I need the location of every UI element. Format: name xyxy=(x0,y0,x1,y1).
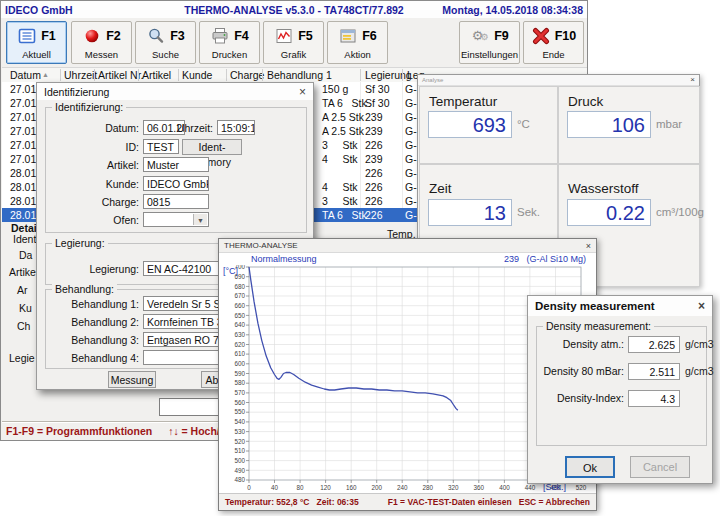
svg-text:610: 610 xyxy=(234,350,245,357)
panel-value: 693 xyxy=(428,111,512,138)
svg-text:360: 360 xyxy=(474,484,485,491)
column-separator xyxy=(262,69,263,81)
svg-text:560: 560 xyxy=(234,399,245,406)
close-icon[interactable]: × xyxy=(698,300,705,312)
column-separator xyxy=(94,69,95,81)
density-row-value[interactable]: 2.511 xyxy=(628,363,680,380)
chart-titlebar: THERMO-ANALYSE × xyxy=(219,239,596,253)
identification-dialog-title: Identifizierung xyxy=(44,86,109,98)
toolbar-button-f5[interactable]: F5Grafik xyxy=(263,21,324,64)
table-cell: 239 xyxy=(365,152,383,166)
table-cell: G- xyxy=(405,152,417,166)
toolbar-key-label: F2 xyxy=(106,29,121,43)
panel-unit: Sek. xyxy=(517,206,540,218)
toolbar-key-label: F5 xyxy=(298,29,313,43)
table-cell: 226 xyxy=(365,166,383,180)
uhrzeit-field[interactable]: 15:09:11 xyxy=(217,120,255,135)
column-separator xyxy=(226,69,227,81)
density-row-unit: g/cm3 xyxy=(685,338,714,350)
svg-text:240: 240 xyxy=(397,484,408,491)
svg-text:550: 550 xyxy=(234,408,245,415)
printer-icon xyxy=(210,27,230,45)
toolbar-button-f6[interactable]: F6Aktion xyxy=(327,21,388,64)
artikel-field[interactable]: Muster xyxy=(143,157,209,172)
svg-text:440: 440 xyxy=(525,484,536,491)
svg-text:200: 200 xyxy=(371,484,382,491)
details-label: Ku xyxy=(19,302,32,314)
density-row-value[interactable]: 4.3 xyxy=(628,390,680,407)
column-header[interactable]: Datum xyxy=(10,69,41,81)
close-icon[interactable]: × xyxy=(586,240,591,252)
table-cell: 27.01. xyxy=(10,96,39,110)
behandlung-label: Behandlung 1: xyxy=(45,298,139,310)
close-icon[interactable]: × xyxy=(299,86,306,98)
svg-text:690: 690 xyxy=(234,273,245,280)
density-row-value[interactable]: 2.625 xyxy=(628,336,680,353)
table-cell: 28.01. xyxy=(10,166,39,180)
table-cell: A 2.5 Stk xyxy=(322,124,364,138)
toolbar-key-label: F3 xyxy=(170,29,185,43)
close-icon[interactable]: × xyxy=(690,74,695,86)
chart-status-left: Temperatur: 552,8 °C Zeit: 06:35 xyxy=(225,497,359,507)
table-cell: 3 Stk xyxy=(322,138,358,152)
svg-text:700: 700 xyxy=(234,265,245,270)
id-field[interactable]: TEST xyxy=(143,139,179,154)
column-header[interactable]: Artikel xyxy=(142,69,171,81)
table-cell: Sf 30 xyxy=(365,96,390,110)
table-cell: A 2.5 Stk xyxy=(322,110,364,124)
messung-button[interactable]: Messung xyxy=(108,371,156,388)
column-separator xyxy=(138,69,139,81)
table-cell: 226 xyxy=(365,180,383,194)
svg-text:490: 490 xyxy=(234,467,245,474)
panel-unit: cm³/100g xyxy=(656,206,704,218)
column-header[interactable]: Behandlung 1 xyxy=(267,69,332,81)
kunde-field[interactable]: IDECO GmbH xyxy=(143,176,209,191)
column-header[interactable]: Artikel Nr. xyxy=(98,69,144,81)
details-label: Ar xyxy=(17,284,28,296)
column-header[interactable]: Kunde xyxy=(182,69,212,81)
density-row-label: Density 80 mBar: xyxy=(536,365,624,377)
table-cell: 27.01. xyxy=(10,110,39,124)
toolbar-caption: Aktuell xyxy=(7,49,66,60)
table-cell: Sf 30 xyxy=(365,82,390,96)
uhrzeit-label: Uhrzeit: xyxy=(163,122,213,134)
toolbar-button-f9[interactable]: ⚙⚙F9Einstellungen xyxy=(459,21,520,64)
measurement-panel-druck: Druck106mbar xyxy=(558,86,700,164)
charge-field[interactable]: 0815 xyxy=(143,194,209,209)
toolbar-button-f3[interactable]: F3Suche xyxy=(135,21,196,64)
svg-text:40: 40 xyxy=(271,484,279,491)
panel-label: Zeit xyxy=(429,181,452,196)
svg-text:500: 500 xyxy=(234,457,245,464)
ofen-select[interactable]: 1 ▼ xyxy=(143,212,209,227)
svg-text:520: 520 xyxy=(576,484,587,491)
svg-text:160: 160 xyxy=(346,484,357,491)
table-cell: 27.01. xyxy=(10,152,39,166)
toolbar-key-label: F10 xyxy=(555,29,577,43)
column-header[interactable]: Legierung xyxy=(365,69,412,81)
density-row-label: Density atm.: xyxy=(536,338,624,350)
column-header[interactable]: Charge xyxy=(230,69,264,81)
table-cell: G- xyxy=(405,82,417,96)
table-cell: G- xyxy=(405,180,417,194)
density-group-label: Density measurement: xyxy=(543,320,654,332)
table-cell: G- xyxy=(405,124,417,138)
toolbar-button-f1[interactable]: F1Aktuell xyxy=(6,21,67,64)
chevron-down-icon[interactable]: ▼ xyxy=(193,214,207,225)
record-icon xyxy=(82,27,102,45)
column-header[interactable]: Uhrzeit xyxy=(64,69,97,81)
table-cell: 28.01. xyxy=(10,194,39,208)
svg-text:510: 510 xyxy=(234,447,245,454)
column-separator xyxy=(360,69,361,81)
ident-memory-button[interactable]: Ident-Memory xyxy=(182,139,242,155)
table-cell: 27.01. xyxy=(10,82,39,96)
toolbar-button-f10[interactable]: F10Ende xyxy=(523,21,584,64)
ok-button[interactable]: Ok xyxy=(565,456,615,478)
toolbar-button-f2[interactable]: F2Messen xyxy=(71,21,132,64)
toolbar-caption: Ende xyxy=(524,49,583,60)
toolbar-caption: Einstellungen xyxy=(460,49,519,60)
table-cell: 226 xyxy=(365,208,383,222)
chart-legend: Normalmessung xyxy=(251,254,317,264)
toolbar-button-f4[interactable]: F4Drucken xyxy=(199,21,260,64)
behandlung-label: Behandlung 2: xyxy=(45,316,139,328)
cancel-button[interactable]: Cancel xyxy=(630,456,690,478)
